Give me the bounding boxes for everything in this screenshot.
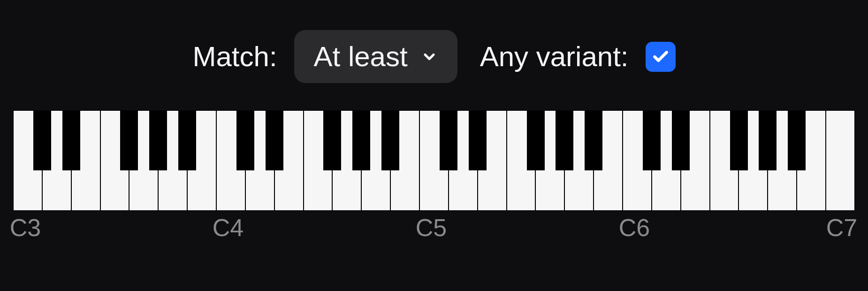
match-control: Match: At least	[193, 30, 457, 83]
any-variant-control: Any variant:	[480, 40, 676, 73]
black-key[interactable]	[62, 110, 80, 170]
black-key[interactable]	[323, 110, 341, 170]
any-variant-checkbox[interactable]	[646, 42, 676, 72]
controls-bar: Match: At least Any variant:	[0, 0, 868, 110]
black-key[interactable]	[120, 110, 138, 170]
match-label: Match:	[193, 40, 277, 73]
octave-label: C7	[826, 214, 857, 242]
black-key[interactable]	[33, 110, 51, 170]
black-key[interactable]	[236, 110, 254, 170]
piano-keyboard	[13, 110, 855, 211]
black-key[interactable]	[730, 110, 748, 170]
match-dropdown[interactable]: At least	[294, 30, 457, 83]
black-key[interactable]	[178, 110, 196, 170]
keyboard-container	[0, 110, 868, 211]
white-key[interactable]	[826, 110, 855, 211]
black-key[interactable]	[788, 110, 806, 170]
black-key[interactable]	[672, 110, 690, 170]
black-key[interactable]	[556, 110, 573, 170]
black-key[interactable]	[469, 110, 487, 170]
black-key[interactable]	[381, 110, 399, 170]
check-icon	[652, 48, 670, 66]
black-key[interactable]	[266, 110, 283, 170]
octave-label: C6	[619, 214, 650, 242]
white-keys-row	[13, 110, 855, 211]
black-key[interactable]	[527, 110, 545, 170]
match-dropdown-value: At least	[314, 40, 408, 73]
chevron-down-icon	[421, 48, 438, 65]
black-key[interactable]	[643, 110, 661, 170]
octave-label: C3	[10, 214, 41, 242]
octave-label: C5	[416, 214, 447, 242]
black-key[interactable]	[352, 110, 370, 170]
octave-label: C4	[213, 214, 244, 242]
black-key[interactable]	[440, 110, 457, 170]
black-key[interactable]	[759, 110, 777, 170]
black-key[interactable]	[149, 110, 167, 170]
black-key[interactable]	[585, 110, 602, 170]
any-variant-label: Any variant:	[480, 40, 629, 73]
